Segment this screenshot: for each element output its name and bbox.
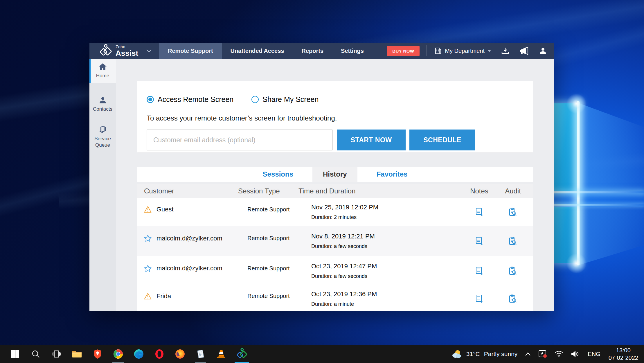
audit-icon[interactable] <box>509 208 517 216</box>
session-type: Remote Support <box>232 206 298 213</box>
sidebar-item-label: Home <box>96 73 109 79</box>
wifi-icon[interactable] <box>555 351 563 357</box>
main-content: Access Remote Screen Share My Screen To … <box>116 59 554 311</box>
task-view-icon[interactable] <box>46 345 66 363</box>
download-icon[interactable] <box>501 47 509 55</box>
start-session-row: START NOW SCHEDULE <box>147 130 524 150</box>
start-button[interactable] <box>5 345 25 363</box>
nav-right-controls: BUY NOW My Department <box>387 43 554 59</box>
start-now-button[interactable]: START NOW <box>337 130 406 150</box>
notes-icon[interactable] <box>476 294 483 303</box>
screen-session-indicator-icon[interactable] <box>538 350 547 358</box>
contacts-icon <box>99 96 107 104</box>
show-hidden-icons-chevron[interactable] <box>525 352 531 356</box>
tab-sessions[interactable]: Sessions <box>252 167 304 182</box>
brave-icon[interactable] <box>87 345 108 363</box>
tab-history[interactable]: History <box>312 167 357 182</box>
radio-label: Access Remote Screen <box>158 95 233 104</box>
session-time: Oct 23, 2019 12:47 PM <box>311 263 465 270</box>
sidebar-item-label: Contacts <box>93 106 112 112</box>
app-logo[interactable]: Zoho Assist <box>89 43 138 59</box>
announcements-icon[interactable] <box>519 47 529 55</box>
brand-zoho: Zoho <box>116 45 138 49</box>
warning-icon <box>144 293 152 300</box>
notepad-icon[interactable] <box>190 345 211 363</box>
notes-icon[interactable] <box>476 237 483 245</box>
wallpaper-glow <box>566 94 587 114</box>
temperature-label: 31°C <box>466 351 480 357</box>
notes-icon[interactable] <box>476 208 483 216</box>
nav-tab-remote-support[interactable]: Remote Support <box>159 43 222 59</box>
chrome-icon[interactable] <box>108 345 128 363</box>
department-selector[interactable]: My Department <box>434 47 491 55</box>
wallpaper-windows-logo-edge <box>577 101 580 265</box>
column-header: Notes <box>465 187 493 195</box>
windows-taskbar: 31°C Partly sunny <box>0 345 644 363</box>
search-icon[interactable] <box>25 345 46 363</box>
edge-icon[interactable] <box>128 345 149 363</box>
session-time: Oct 23, 2019 12:36 PM <box>311 290 465 298</box>
table-row: malcolm.d@zylker.com Remote Support Oct … <box>137 256 533 286</box>
radio-access-remote-screen[interactable]: Access Remote Screen <box>147 95 233 104</box>
radio-unselected-icon[interactable] <box>251 96 259 103</box>
zoho-assist-logo-icon <box>99 44 112 58</box>
clock-widget[interactable]: 13:00 07-02-2022 <box>609 346 638 362</box>
partly-sunny-icon <box>451 349 462 359</box>
sidebar-item-home[interactable]: Home <box>89 59 116 83</box>
sidebar-item-service-queue[interactable]: Service Queue <box>89 125 116 148</box>
nav-tab-settings[interactable]: Settings <box>332 43 373 59</box>
brand-assist: Assist <box>116 49 138 57</box>
department-label: My Department <box>445 48 485 54</box>
notes-icon[interactable] <box>476 267 483 275</box>
weather-widget[interactable]: 31°C Partly sunny <box>451 349 517 359</box>
nav-tab-reports[interactable]: Reports <box>293 43 332 59</box>
nav-tab-unattended-access[interactable]: Unattended Access <box>222 43 293 59</box>
radio-selected-icon[interactable] <box>147 96 154 103</box>
audit-icon[interactable] <box>509 294 517 303</box>
radio-label: Share My Screen <box>262 95 319 104</box>
opera-icon[interactable] <box>149 345 170 363</box>
audit-icon[interactable] <box>509 267 517 275</box>
firefox-icon[interactable] <box>170 345 190 363</box>
app-top-nav: Zoho Assist Remote Support Unattended Ac… <box>89 43 554 59</box>
customer-name: malcolm.d@zylker.com <box>156 265 222 272</box>
session-time: Nov 25, 2019 12:02 PM <box>311 204 465 211</box>
zoho-assist-taskbar-icon[interactable] <box>231 345 252 363</box>
warning-icon <box>144 206 152 213</box>
session-type: Remote Support <box>232 235 298 242</box>
session-list-tabs: Sessions History Favorites <box>137 167 533 182</box>
file-explorer-icon[interactable] <box>66 345 87 363</box>
buy-now-button[interactable]: BUY NOW <box>387 46 420 56</box>
system-tray: 31°C Partly sunny <box>451 346 644 362</box>
customer-email-input[interactable] <box>147 130 333 150</box>
table-row: Guest Remote Support Nov 25, 2019 12:02 … <box>137 198 533 226</box>
chevron-down-icon[interactable] <box>146 43 152 59</box>
sidebar: Home Contacts <box>89 59 116 311</box>
volume-icon[interactable] <box>571 350 580 358</box>
tab-favorites[interactable]: Favorites <box>366 167 418 182</box>
schedule-button[interactable]: SCHEDULE <box>409 130 475 150</box>
sidebar-item-contacts[interactable]: Contacts <box>89 96 116 112</box>
language-indicator[interactable]: ENG <box>588 351 600 357</box>
star-icon <box>144 265 152 272</box>
user-account-icon[interactable] <box>539 47 547 55</box>
table-row: Frida Remote Support Oct 23, 2019 12:36 … <box>137 286 533 311</box>
session-duration: Duration: a minute <box>311 301 465 307</box>
audit-icon[interactable] <box>509 237 517 245</box>
time-label: 13:00 <box>609 346 638 354</box>
date-label: 07-02-2022 <box>609 354 638 362</box>
radio-share-my-screen[interactable]: Share My Screen <box>251 95 319 104</box>
session-mode-radios: Access Remote Screen Share My Screen <box>147 95 524 104</box>
vlc-icon[interactable] <box>211 345 231 363</box>
desktop: Zoho Assist Remote Support Unattended Ac… <box>0 0 644 363</box>
wallpaper-windows-logo-edge <box>541 204 644 206</box>
table-header-row: Customer Session Type Time and Duration … <box>137 184 533 198</box>
organization-icon <box>434 47 442 55</box>
session-type: Remote Support <box>232 293 298 299</box>
wallpaper-windows-logo-pane <box>580 103 644 191</box>
taskbar-apps <box>0 345 252 363</box>
session-duration: Duration: 2 minutes <box>311 214 465 220</box>
zoho-assist-window: Zoho Assist Remote Support Unattended Ac… <box>89 43 554 311</box>
session-time: Nov 8, 2019 12:21 PM <box>311 233 465 240</box>
start-session-panel: Access Remote Screen Share My Screen To … <box>137 81 533 152</box>
